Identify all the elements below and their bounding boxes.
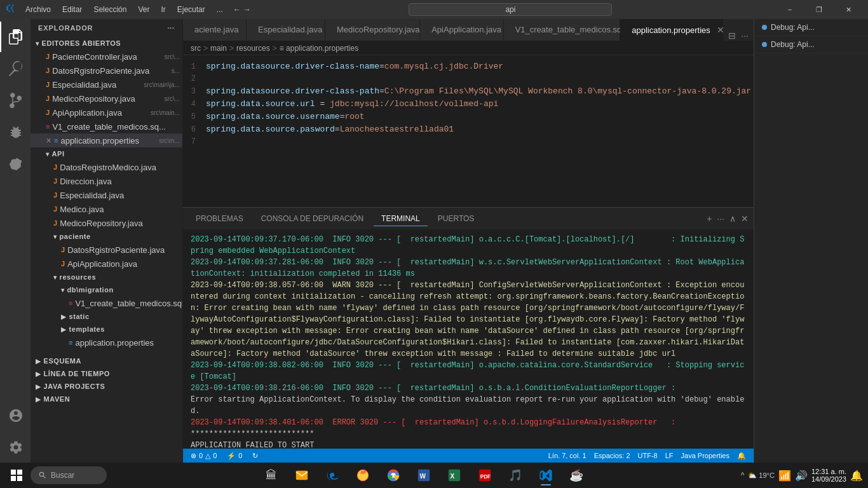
maven-section[interactable]: ▶ MAVEN	[31, 393, 182, 405]
activity-settings[interactable]	[0, 432, 31, 463]
tree-v1sql[interactable]: ≡ V1_create_table_medicos.sql	[31, 296, 182, 310]
activity-explorer[interactable]	[0, 22, 31, 52]
taskbar-app-chrome[interactable]	[379, 464, 407, 487]
open-file-pacientecontroller[interactable]: J PacienteController.java src\...	[31, 50, 182, 64]
static-section[interactable]: ▶ static	[31, 310, 182, 323]
terminal-more-icon[interactable]: ···	[717, 214, 724, 224]
tree-direccion[interactable]: J Direccion.java	[31, 174, 182, 188]
tree-medico[interactable]: J Medico.java	[31, 202, 182, 216]
activity-source-control[interactable]	[0, 85, 31, 116]
java-projects-section[interactable]: ▶ JAVA PROJECTS	[31, 380, 182, 393]
terminal-collapse-icon[interactable]: ∧	[729, 214, 736, 224]
taskbar-app-pdf[interactable]: PDF	[471, 464, 499, 487]
status-errors[interactable]: ⊗ 0 △ 0	[188, 452, 219, 460]
status-eol[interactable]: LF	[663, 452, 676, 460]
split-editor-icon[interactable]: ⊟	[728, 30, 736, 41]
tree-applicationprops[interactable]: ≡ application.properties	[31, 336, 182, 349]
status-position[interactable]: Lín. 7, col. 1	[546, 452, 589, 460]
taskbar-notifications[interactable]: 🔔	[850, 470, 863, 482]
nav-forward[interactable]: →	[243, 5, 251, 14]
debug-item-1[interactable]: Debug: Api...	[754, 19, 868, 36]
tab-medicorepository[interactable]: MedicoRepository.java	[325, 19, 420, 41]
status-indent[interactable]: Espacios: 2	[592, 452, 633, 460]
sidebar-more-icon[interactable]: ···	[167, 24, 175, 32]
taskbar-app-mail[interactable]	[288, 464, 316, 487]
taskbar-app-vscode[interactable]	[532, 464, 560, 487]
open-file-especialidad[interactable]: J Especialidad.java src\main\ja...	[31, 78, 182, 92]
tree-datosrgistropaciente[interactable]: J DatosRgistroPaciente.java	[31, 243, 182, 257]
activity-search[interactable]	[0, 53, 31, 84]
breadcrumb-src[interactable]: src	[191, 44, 201, 53]
tab-v1sql[interactable]: V1_create_table_medicos.sql	[504, 19, 621, 41]
start-button[interactable]	[5, 464, 28, 487]
menu-ver[interactable]: Ver	[133, 4, 154, 15]
status-encoding[interactable]: UTF-8	[635, 452, 660, 460]
breadcrumb-file[interactable]: ≡ application.properties	[280, 44, 358, 53]
terminal-tab-consola[interactable]: CONSOLA DE DEPURACIÓN	[254, 212, 371, 226]
taskbar-search[interactable]: Buscar	[31, 466, 107, 484]
activity-debug[interactable]	[0, 117, 31, 147]
api-section-header[interactable]: ▾ API	[31, 147, 182, 160]
tree-apiapplication[interactable]: J ApiApplication.java	[31, 257, 182, 271]
tab-applicationprops[interactable]: application.properties ✕	[620, 19, 723, 41]
open-file-medicorepository[interactable]: J MedicoRepository.java src\...	[31, 92, 182, 105]
restore-button[interactable]: ❐	[804, 0, 834, 19]
debug-item-2[interactable]: Debug: Api...	[754, 36, 868, 53]
tree-medicorepository[interactable]: J MedicoRepository.java	[31, 216, 182, 230]
taskbar-time[interactable]: 12:31 a. m. 14/09/2023	[811, 468, 846, 483]
tree-especialidad[interactable]: J Especialidad.java	[31, 188, 182, 202]
search-input[interactable]	[409, 3, 612, 16]
open-file-applicationprops[interactable]: ✕ ≡ application.properties src\m...	[31, 133, 182, 147]
activity-extensions[interactable]	[0, 149, 31, 179]
terminal-tab-problemas[interactable]: PROBLEMAS	[188, 212, 251, 226]
open-file-v1sql[interactable]: ≡ V1_create_table_medicos.sq...	[31, 119, 182, 133]
close-button[interactable]: ✕	[834, 0, 863, 19]
terminal-tab-puertos[interactable]: PUERTOS	[430, 212, 482, 226]
paciente-section[interactable]: ▾ paciente	[31, 230, 182, 243]
tab-aciente[interactable]: aciente.java	[183, 19, 247, 41]
taskbar-app-files[interactable]: 🏛	[257, 464, 285, 487]
network-icon[interactable]: 📶	[778, 470, 791, 482]
menu-ir[interactable]: Ir	[156, 4, 170, 15]
minimize-button[interactable]: −	[775, 0, 804, 19]
taskbar-app-firefox[interactable]	[349, 464, 377, 487]
tab-apiapplication[interactable]: ApiApplication.java	[420, 19, 503, 41]
volume-icon[interactable]: 🔊	[795, 470, 808, 482]
terminal-tab-terminal[interactable]: TERMINAL	[374, 212, 428, 226]
status-refresh[interactable]: ↻	[250, 452, 261, 460]
tab-especialidad[interactable]: Especialidad.java	[247, 19, 325, 41]
menu-editar[interactable]: Editar	[57, 4, 87, 15]
taskbar-weather[interactable]: ⛅ 19°C	[748, 471, 775, 480]
nav-back[interactable]: ←	[233, 5, 241, 14]
taskbar-app-edge[interactable]	[318, 464, 346, 487]
status-language[interactable]: Java Properties	[679, 452, 732, 460]
resources-section[interactable]: ▾ resources	[31, 271, 182, 283]
linea-tiempo-section[interactable]: ▶ LÍNEA DE TIEMPO	[31, 367, 182, 380]
esquema-section[interactable]: ▶ ESQUEMA	[31, 355, 182, 367]
db-migration-section[interactable]: ▾ db\migration	[31, 283, 182, 296]
status-bell[interactable]: 🔔	[735, 452, 749, 460]
terminal-add-icon[interactable]: +	[707, 214, 712, 224]
terminal-close-icon[interactable]: ✕	[741, 214, 749, 224]
menu-seleccion[interactable]: Selección	[88, 4, 132, 15]
taskbar-app-excel[interactable]: X	[440, 464, 468, 487]
menu-more[interactable]: ...	[212, 4, 228, 15]
breadcrumb-main[interactable]: main	[210, 44, 227, 53]
code-editor[interactable]: 1 spring.datasource.driver-class-name=co…	[183, 55, 754, 207]
taskbar-app-word[interactable]: W	[410, 464, 438, 487]
menu-ejecutar[interactable]: Ejecutar	[172, 4, 210, 15]
open-file-apiapplication[interactable]: J ApiApplication.java src\main...	[31, 105, 182, 119]
templates-section[interactable]: ▶ templates	[31, 323, 182, 336]
tree-datosregistromedico[interactable]: J DatosRegistroMedico.java	[31, 160, 182, 174]
taskbar-chevron[interactable]: ^	[741, 471, 745, 480]
breadcrumb-resources[interactable]: resources	[236, 44, 270, 53]
taskbar-app-java[interactable]: ☕	[562, 464, 590, 487]
open-file-datosrgistropaciente[interactable]: J DatosRgistroPaciente.java s...	[31, 64, 182, 78]
taskbar-app-music[interactable]: 🎵	[501, 464, 529, 487]
menu-archivo[interactable]: Archivo	[20, 4, 56, 15]
terminal-output[interactable]: 2023-09-14T00:09:37.170-06:00 INFO 3020 …	[183, 230, 754, 449]
status-sync[interactable]: ⚡ 0	[224, 452, 245, 460]
open-editors-section[interactable]: ▾ EDITORES ABIERTOS	[31, 37, 182, 50]
activity-account[interactable]	[0, 400, 31, 431]
more-tabs-icon[interactable]: ···	[741, 30, 749, 41]
